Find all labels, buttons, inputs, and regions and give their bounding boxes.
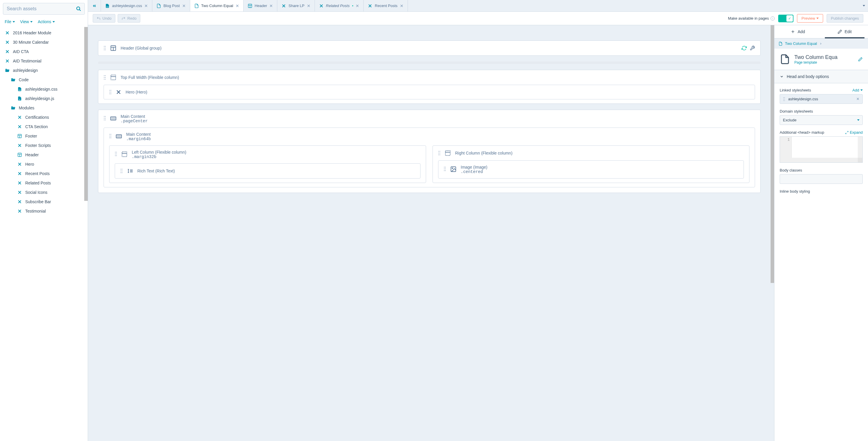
flex-column-icon	[444, 150, 451, 156]
canvas-scrollbar[interactable]	[771, 25, 774, 283]
editor-scrollbar-h[interactable]	[780, 158, 862, 163]
block-image[interactable]: Image (Image) .centered	[438, 160, 744, 178]
svg-point-91	[784, 99, 785, 99]
tree-item[interactable]: Footer Scripts	[0, 141, 88, 150]
close-tab-button[interactable]: ✕	[355, 3, 359, 8]
drag-handle-icon[interactable]	[109, 134, 112, 138]
tab-label: Header	[255, 3, 267, 8]
stylesheet-chip[interactable]: ashleyidesign.css ✕	[780, 94, 863, 104]
block-header[interactable]: Header (Global group)	[98, 40, 761, 56]
tree-item[interactable]: AID CTA	[0, 47, 88, 56]
tree-item[interactable]: cssashleyidesign.css	[0, 84, 88, 94]
block-rich-text[interactable]: Rich Text (Rich Text)	[115, 163, 421, 178]
breadcrumb[interactable]: Two Column Equal	[774, 38, 868, 49]
drag-handle-icon[interactable]	[438, 151, 440, 156]
tree-item[interactable]: ashleyidesign	[0, 66, 88, 75]
tab-label: Share LP	[288, 3, 304, 8]
editor-scrollbar-v[interactable]	[858, 137, 862, 158]
inspector: Add Edit Two Column Equal	[774, 25, 868, 441]
preview-button[interactable]: Preview	[797, 14, 823, 23]
tab[interactable]: Recent Posts✕	[364, 0, 408, 11]
publish-button[interactable]: Publish changes	[827, 14, 863, 23]
info-icon[interactable]: i	[771, 16, 775, 21]
tree-item[interactable]: CTA Section	[0, 122, 88, 131]
block-top-full-width[interactable]: Top Full Width (Flexible column) Hero (H…	[98, 70, 761, 104]
tools-icon[interactable]	[750, 45, 755, 51]
tree-item[interactable]: Header	[0, 150, 88, 160]
tree-item[interactable]: Subscribe Bar	[0, 197, 88, 206]
tab[interactable]: Related Posts●✕	[315, 0, 364, 11]
inspector-tab-add[interactable]: Add	[774, 25, 822, 38]
edit-title-button[interactable]	[858, 57, 863, 62]
available-toggle[interactable]: ✓	[778, 15, 794, 22]
head-markup-editor[interactable]: 1	[780, 136, 863, 163]
undo-button[interactable]: Undo	[93, 14, 115, 23]
close-tab-button[interactable]: ✕	[400, 3, 403, 8]
block-hero[interactable]: Hero (Hero)	[103, 85, 755, 99]
svg-point-54	[116, 152, 117, 152]
tree-item[interactable]: jsashleyidesign.js	[0, 94, 88, 103]
inspector-tab-edit[interactable]: Edit	[822, 25, 868, 38]
block-right-column[interactable]: Right Column (Flexible column) Image (Im…	[433, 145, 749, 183]
expand-button[interactable]: Expand	[845, 130, 863, 135]
tree-item[interactable]: Hero	[0, 160, 88, 169]
drag-handle-icon[interactable]	[120, 169, 123, 173]
menu-view[interactable]: View	[20, 19, 33, 24]
close-tab-button[interactable]: ✕	[182, 3, 186, 8]
drag-handle-icon[interactable]	[783, 97, 785, 101]
drag-handle-icon[interactable]	[103, 75, 106, 80]
editor-resize-grip[interactable]	[858, 158, 862, 163]
svg-point-19	[105, 49, 106, 50]
search-field[interactable]	[3, 3, 85, 15]
tab[interactable]: Share LP✕	[277, 0, 315, 11]
drag-handle-icon[interactable]	[115, 151, 117, 156]
drag-handle-icon[interactable]	[103, 116, 106, 121]
tree-item[interactable]: Certifications	[0, 112, 88, 122]
remove-stylesheet-button[interactable]: ✕	[856, 97, 860, 101]
tree-item[interactable]: Modules	[0, 103, 88, 112]
svg-point-24	[105, 75, 106, 76]
tab[interactable]: cssashleyidesign.css✕	[101, 0, 152, 11]
redo-button[interactable]: Redo	[118, 14, 140, 23]
close-tab-button[interactable]: ✕	[307, 3, 310, 8]
menu-file[interactable]: File	[5, 19, 15, 24]
tree-item[interactable]: Testimonial	[0, 206, 88, 216]
drag-handle-icon[interactable]	[444, 167, 446, 171]
tree-item-label: AID CTA	[13, 49, 29, 54]
drag-handle-icon[interactable]	[103, 46, 106, 50]
sidebar-scrollbar[interactable]	[84, 27, 88, 201]
tree-item[interactable]: Related Posts	[0, 178, 88, 188]
tree-item[interactable]: Recent Posts	[0, 169, 88, 178]
body-classes-input[interactable]	[780, 174, 863, 184]
module-icon	[5, 30, 10, 35]
svg-rect-59	[122, 152, 127, 157]
close-tab-button[interactable]: ✕	[144, 3, 148, 8]
tab-overflow-button[interactable]	[860, 0, 868, 11]
tab[interactable]: Header✕	[244, 0, 278, 11]
collapse-sidebar-button[interactable]	[88, 0, 101, 11]
tree-item-label: Modules	[19, 106, 34, 110]
search-input[interactable]	[3, 3, 85, 15]
block-left-column[interactable]: Left Column (Flexible column) .margin32b	[109, 145, 426, 183]
tree-item[interactable]: AID Testimonial	[0, 56, 88, 66]
svg-rect-52	[117, 135, 121, 137]
module-icon	[17, 124, 22, 129]
svg-point-16	[104, 48, 104, 48]
close-tab-button[interactable]: ✕	[269, 3, 273, 8]
block-main-margin64b[interactable]: Main Content .margin64b	[103, 128, 755, 188]
tab[interactable]: Two Column Equal✕	[190, 0, 244, 11]
tree-item[interactable]: 2016 Header Module	[0, 28, 88, 37]
add-stylesheet-button[interactable]: Add	[852, 88, 863, 92]
sync-icon[interactable]	[742, 45, 747, 51]
menu-actions[interactable]: Actions	[38, 19, 55, 24]
tree-item[interactable]: 30 Minute Calendar	[0, 37, 88, 47]
tree-item[interactable]: Social Icons	[0, 188, 88, 197]
tab[interactable]: Blog Post✕	[152, 0, 190, 11]
block-main-pagecenter[interactable]: Main Content .pageCenter Main Content .m	[98, 110, 761, 193]
drag-handle-icon[interactable]	[109, 90, 112, 94]
close-tab-button[interactable]: ✕	[236, 3, 239, 8]
tree-item[interactable]: Footer	[0, 131, 88, 141]
domain-stylesheets-select[interactable]: Exclude	[780, 115, 863, 125]
tree-item[interactable]: Code	[0, 75, 88, 84]
section-head-body-options[interactable]: Head and body options	[774, 70, 868, 83]
